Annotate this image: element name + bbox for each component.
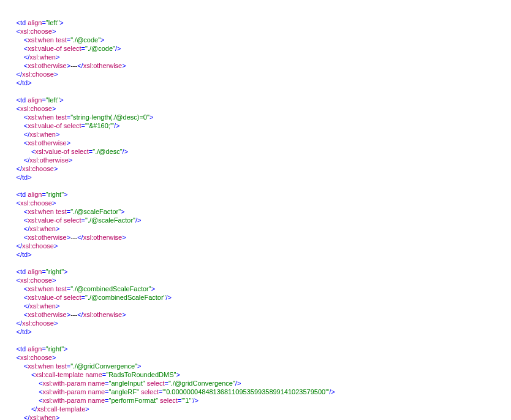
code-block: <td align="left"> <xsl:choose> <xsl:when… — [1, 18, 510, 420]
